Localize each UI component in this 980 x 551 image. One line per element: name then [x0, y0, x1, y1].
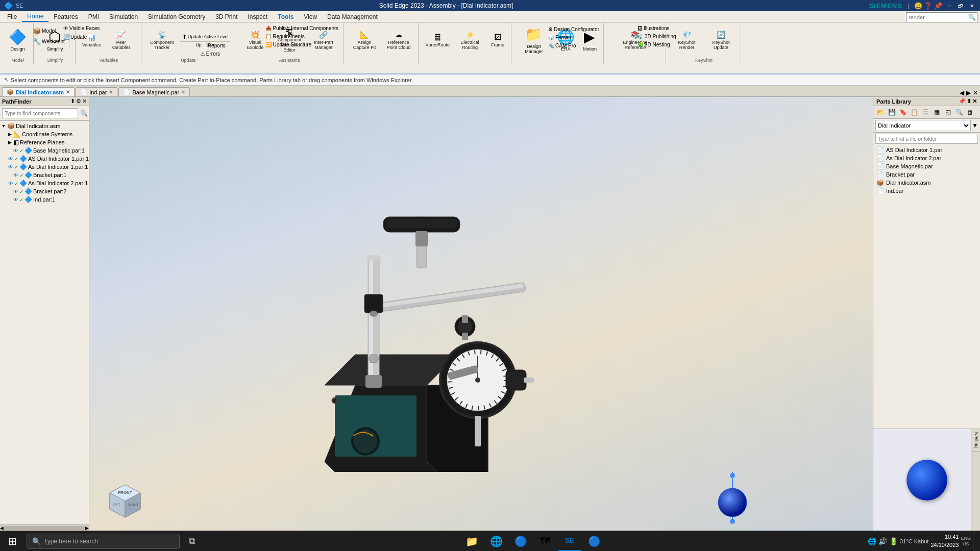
menu-simulation[interactable]: Simulation [104, 12, 143, 21]
parts-expand-icon[interactable]: ⬆ [967, 98, 971, 105]
taskbar-sound-icon[interactable]: 🔊 [878, 537, 887, 545]
menu-inspect[interactable]: Inspect [243, 12, 273, 21]
pathfinder-expand-icon[interactable]: ⬆ [70, 98, 75, 105]
pl-btn-7[interactable]: ◱ [943, 107, 953, 117]
pl-btn-8[interactable]: 🔍 [954, 107, 964, 117]
pl-btn-4[interactable]: 📋 [909, 107, 919, 117]
viewport-compass[interactable]: FRONT LEFT RIGHT [105, 480, 145, 520]
parts-item-5[interactable]: 📄 Ind.par [874, 187, 979, 195]
taskbar-app-blue[interactable]: 🔵 [583, 531, 605, 552]
frame-button[interactable]: 🖼 Frame [487, 31, 508, 49]
parts-item-0[interactable]: 📄 AS Dial Indicator 1.par [874, 146, 979, 154]
electrical-routing-button[interactable]: ⚡ Electrical Routing [453, 28, 486, 52]
keyshot-render-button[interactable]: 💎 KeyShot Render [670, 28, 703, 52]
taskbar-app-solidedge[interactable]: SE [558, 531, 581, 552]
parts-close-icon[interactable]: ✕ [972, 98, 977, 105]
viewport-nav-ball[interactable] [709, 469, 755, 515]
menu-3dprint[interactable]: 3D Print [210, 12, 242, 21]
taskbar-clock[interactable]: 10:41 24/10/2023 [930, 533, 959, 549]
tree-expand-coord[interactable]: ▶ [7, 132, 12, 137]
parts-folder-select[interactable]: Dial Indicator [875, 120, 971, 131]
tree-root[interactable]: ▼ 📦 Dial Indicator.asm [0, 122, 89, 130]
scroll-thumb[interactable] [5, 526, 84, 530]
cam-pro-button[interactable]: 🔩 CAM Pro [546, 42, 601, 49]
viewport[interactable]: FRONT LEFT RIGHT [89, 97, 873, 531]
pl-btn-5[interactable]: ☰ [920, 107, 930, 117]
taskbar-app-edge[interactable]: 🌐 [485, 531, 507, 552]
pathfinder-close-icon[interactable]: ✕ [82, 98, 87, 105]
restore-button[interactable]: 🗗 [957, 2, 965, 10]
tree-ref-planes[interactable]: ▶ ◧ Reference Planes [0, 138, 89, 146]
parts-search-input[interactable] [875, 134, 978, 144]
xpresroute-button[interactable]: 🛤 XpresRoute [423, 31, 452, 49]
taskbar-task-view-button[interactable]: ⧉ [182, 531, 202, 552]
design-configurator-button[interactable]: ⚙ Design Configurator [546, 26, 601, 33]
menu-pmi[interactable]: PMI [83, 12, 104, 21]
parts-item-3[interactable]: 📄 Bracket.par [874, 170, 979, 179]
femap-button[interactable]: 📊 Femap [546, 34, 601, 41]
keyshot-update-button[interactable]: 🔄 KeyShot Update [704, 28, 738, 52]
menu-features[interactable]: Features [48, 12, 83, 21]
tab-next-button[interactable]: ▶ [966, 89, 971, 96]
doc-tab-2[interactable]: 📄 Base Magnetic.par ✕ [118, 87, 190, 96]
folder-dropdown-icon[interactable]: ▼ [972, 122, 978, 129]
menu-data-mgmt[interactable]: Data Management [322, 12, 383, 21]
close-button[interactable]: ✕ [968, 2, 976, 10]
tree-coord-systems[interactable]: ▶ 📐 Coordinate Systems [0, 130, 89, 138]
taskbar-app-explorer[interactable]: 📁 [460, 531, 483, 552]
pl-btn-9[interactable]: 🗑 [965, 107, 975, 117]
taskbar-app-maps[interactable]: 🗺 [534, 531, 556, 552]
menu-home[interactable]: Home [22, 12, 48, 22]
doc-tab-0[interactable]: 📦 Dial Indicator.asm ✕ [2, 87, 75, 96]
doc-tab-close-0[interactable]: ✕ [66, 89, 70, 95]
ribbon-search-input[interactable] [906, 12, 977, 22]
scroll-right-btn[interactable]: ▶ [85, 525, 89, 531]
menu-view[interactable]: View [299, 12, 322, 21]
publish-internal-button[interactable]: 📤 Publish Internal Components [263, 24, 340, 32]
pathfinder-settings-icon[interactable]: ⚙ [76, 98, 81, 105]
tab-prev-button[interactable]: ◀ [960, 89, 964, 96]
tree-as-dial-1[interactable]: 👁 ✓ 🔷 AS Dial Indicator 1.par:1 [0, 155, 89, 163]
side-tab-nesting[interactable]: Nesting [971, 429, 980, 452]
tree-base-magnetic[interactable]: 👁 ✓ 🔷 Base Magnetic:par:1 [0, 146, 89, 155]
parts-item-2[interactable]: 📄 Base Magnetic.par [874, 162, 979, 170]
menu-sim-geometry[interactable]: Simulation Geometry [143, 12, 210, 21]
parts-pin-icon[interactable]: 📌 [959, 98, 966, 105]
pl-btn-2[interactable]: 💾 [887, 107, 897, 117]
design-button[interactable]: 🔷 Design [5, 27, 30, 53]
taskbar-search-bar[interactable]: 🔍 Type here to search [27, 534, 180, 549]
peer-variables-button[interactable]: 📈 Peer Variables [105, 28, 138, 52]
tree-expand-ref[interactable]: ▶ [7, 140, 12, 145]
assign-capture-fit-button[interactable]: 📐 Assign Capture Fit [348, 28, 381, 52]
taskbar-show-desktop[interactable] [973, 531, 976, 552]
parts-item-4[interactable]: 📦 Dial Indicator.asm [874, 179, 979, 187]
errors-button[interactable]: ⚠ Errors [199, 50, 228, 58]
variables-button[interactable]: 📊 Variables [80, 31, 104, 49]
tree-bracket-2[interactable]: 👁 ✓ 🔷 Bracket.par:2 [0, 187, 89, 195]
taskbar-app-chrome[interactable]: 🔵 [509, 531, 532, 552]
taskbar-battery-icon[interactable]: 🔋 [889, 537, 898, 545]
tab-close-all-button[interactable]: ✕ [973, 89, 978, 96]
doc-tab-close-1[interactable]: ✕ [109, 89, 113, 95]
taskbar-network-icon[interactable]: 🌐 [868, 537, 876, 545]
menu-tools[interactable]: Tools [273, 12, 299, 21]
component-tracker-button[interactable]: 📡 Component Tracker [145, 28, 179, 52]
taskbar-start-button[interactable]: ⊞ [0, 531, 24, 552]
requirements-button[interactable]: 📋 Requirements [263, 33, 340, 40]
pathfinder-search-icon[interactable]: 🔍 [80, 110, 88, 117]
ref-point-cloud-button[interactable]: ☁ Reference Point Cloud [382, 28, 415, 52]
tree-as-dial-2b[interactable]: 👁 ✓ 🔷 As Dial Indicator 2.par:1 [0, 179, 89, 187]
pl-btn-3[interactable]: 🔖 [898, 107, 908, 117]
reports-button[interactable]: 📄 Reports [199, 42, 228, 49]
menu-file[interactable]: File [2, 12, 22, 21]
tree-bracket-1[interactable]: 👁 ✓ 🔷 Bracket.par:1 [0, 171, 89, 179]
tree-as-dial-2[interactable]: 👁 ✓ 🔷 As Dial Indicator 1.par:1 [0, 163, 89, 171]
pl-btn-1[interactable]: 📂 [875, 107, 886, 117]
parts-item-1[interactable]: 📄 As Dial Indicator 2.par [874, 154, 979, 162]
doc-tab-1[interactable]: 📄 Ind.par ✕ [76, 87, 117, 96]
h-scrollbar[interactable]: ◀ ▶ [0, 524, 89, 531]
tree-ind-1[interactable]: 👁 ✓ 🔷 Ind.par:1 [0, 195, 89, 204]
pl-btn-6[interactable]: ▦ [932, 107, 942, 117]
scroll-left-btn[interactable]: ◀ [0, 525, 4, 531]
doc-tab-close-2[interactable]: ✕ [181, 89, 185, 95]
